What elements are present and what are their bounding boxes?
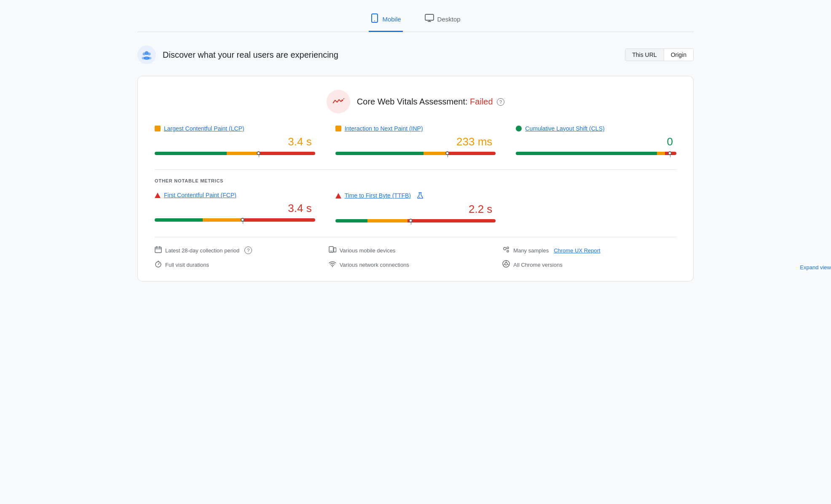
timer-icon — [155, 260, 162, 269]
svg-point-27 — [332, 266, 332, 267]
tab-mobile[interactable]: Mobile — [369, 8, 402, 32]
avatar — [137, 46, 156, 64]
metric-ttfb: Time to First Byte (TTFB) 2.2 s — [335, 192, 496, 225]
tab-desktop-label: Desktop — [437, 16, 461, 23]
lcp-marker — [257, 151, 261, 157]
main-card: Core Web Vitals Assessment: Failed ? Exp… — [137, 76, 694, 281]
ttfb-name[interactable]: Time to First Byte (TTFB) — [345, 192, 411, 199]
svg-rect-19 — [334, 248, 336, 252]
svg-point-11 — [341, 99, 343, 101]
tab-bar: Mobile Desktop — [137, 8, 694, 32]
cls-bar — [516, 152, 676, 156]
svg-point-21 — [504, 247, 506, 250]
footer-section: Latest 28-day collection period ? Variou… — [155, 237, 676, 269]
footer-samples: Many samples Chrome UX Report — [502, 246, 676, 255]
page-title: Discover what your real users are experi… — [163, 50, 338, 60]
svg-point-10 — [148, 57, 152, 59]
fcp-name[interactable]: First Contentful Paint (FCP) — [164, 192, 236, 198]
fcp-marker — [241, 218, 245, 224]
full-visit-text: Full visit durations — [165, 262, 209, 268]
footer-chrome-versions: All Chrome versions — [502, 260, 676, 269]
inp-dot — [335, 126, 341, 131]
samples-icon — [502, 246, 510, 255]
core-metrics-grid: Largest Contentful Paint (LCP) 3.4 s — [155, 125, 676, 158]
assessment-info-icon[interactable]: ? — [497, 98, 504, 106]
chrome-ux-link[interactable]: Chrome UX Report — [554, 247, 600, 254]
assessment-status: Failed — [470, 97, 493, 106]
svg-point-9 — [142, 57, 146, 59]
inp-bar — [335, 152, 496, 156]
other-metrics-label: OTHER NOTABLE METRICS — [155, 178, 676, 183]
cls-value: 0 — [516, 135, 676, 148]
tab-mobile-label: Mobile — [382, 16, 401, 23]
svg-point-13 — [419, 197, 420, 198]
svg-rect-18 — [329, 247, 333, 252]
mobile-icon — [370, 13, 379, 25]
cls-marker — [668, 151, 672, 157]
svg-point-1 — [374, 21, 375, 21]
svg-line-26 — [158, 263, 160, 265]
origin-button[interactable]: Origin — [664, 49, 693, 61]
inp-name[interactable]: Interaction to Next Paint (INP) — [345, 125, 423, 132]
metric-inp-label: Interaction to Next Paint (INP) — [335, 125, 496, 132]
metric-cls: Cumulative Layout Shift (CLS) 0 — [516, 125, 676, 158]
svg-line-31 — [503, 264, 505, 265]
collection-period-text: Latest 28-day collection period — [165, 247, 239, 254]
svg-point-7 — [148, 53, 151, 56]
url-origin-toggle: This URL Origin — [625, 48, 694, 61]
inp-value: 233 ms — [335, 135, 496, 148]
svg-rect-2 — [425, 14, 434, 20]
ttfb-value: 2.2 s — [335, 203, 496, 216]
fcp-bar — [155, 218, 315, 223]
calendar-icon — [155, 246, 162, 255]
expand-view-button[interactable]: Expand view — [800, 264, 831, 271]
lcp-dot — [155, 126, 161, 131]
mobile-devices-icon — [329, 246, 336, 255]
samples-text: Many samples — [513, 247, 549, 254]
metric-fcp-label: First Contentful Paint (FCP) — [155, 192, 315, 198]
footer-full-visit: Full visit durations — [155, 260, 329, 269]
network-text: Various network connections — [340, 262, 409, 268]
chrome-icon — [502, 260, 510, 269]
svg-rect-14 — [155, 247, 161, 252]
svg-line-32 — [507, 264, 509, 265]
assessment-title: Core Web Vitals Assessment: Failed ? — [357, 97, 504, 107]
footer-mobile-devices: Various mobile devices — [329, 246, 503, 255]
this-url-button[interactable]: This URL — [625, 49, 664, 61]
metric-lcp: Largest Contentful Paint (LCP) 3.4 s — [155, 125, 315, 158]
metric-fcp: First Contentful Paint (FCP) 3.4 s — [155, 192, 315, 225]
metric-inp: Interaction to Next Paint (INP) 233 ms — [335, 125, 496, 158]
metric-lcp-label: Largest Contentful Paint (LCP) — [155, 125, 315, 132]
footer-collection-period: Latest 28-day collection period ? — [155, 246, 329, 255]
ttfb-bar — [335, 219, 496, 223]
metric-ttfb-label: Time to First Byte (TTFB) — [335, 192, 496, 199]
lcp-name[interactable]: Largest Contentful Paint (LCP) — [164, 125, 244, 132]
lcp-value: 3.4 s — [155, 135, 315, 148]
chrome-versions-text: All Chrome versions — [513, 262, 562, 268]
cls-name[interactable]: Cumulative Layout Shift (CLS) — [525, 125, 604, 132]
mobile-devices-text: Various mobile devices — [340, 247, 396, 254]
footer-network: Various network connections — [329, 260, 503, 269]
section-divider — [155, 169, 676, 170]
header-section: Discover what your real users are experi… — [137, 42, 694, 67]
assessment-icon — [327, 90, 350, 113]
collection-info-icon[interactable]: ? — [244, 247, 252, 254]
svg-point-23 — [507, 250, 509, 252]
fcp-value: 3.4 s — [155, 202, 315, 215]
lcp-bar — [155, 152, 315, 156]
beaker-icon — [417, 192, 424, 199]
fcp-triangle-icon — [155, 193, 161, 198]
svg-line-12 — [343, 98, 344, 99]
metric-cls-label: Cumulative Layout Shift (CLS) — [516, 125, 676, 132]
assessment-header: Core Web Vitals Assessment: Failed ? — [155, 90, 676, 113]
tab-desktop[interactable]: Desktop — [423, 8, 462, 32]
svg-point-6 — [143, 53, 146, 56]
svg-point-22 — [507, 247, 509, 249]
header-left: Discover what your real users are experi… — [137, 46, 338, 64]
ttfb-triangle-icon — [335, 193, 341, 198]
other-metrics-grid: First Contentful Paint (FCP) 3.4 s — [155, 192, 676, 225]
svg-point-29 — [505, 263, 507, 265]
desktop-icon — [425, 14, 434, 24]
cls-dot — [516, 126, 522, 131]
network-icon — [329, 260, 336, 269]
